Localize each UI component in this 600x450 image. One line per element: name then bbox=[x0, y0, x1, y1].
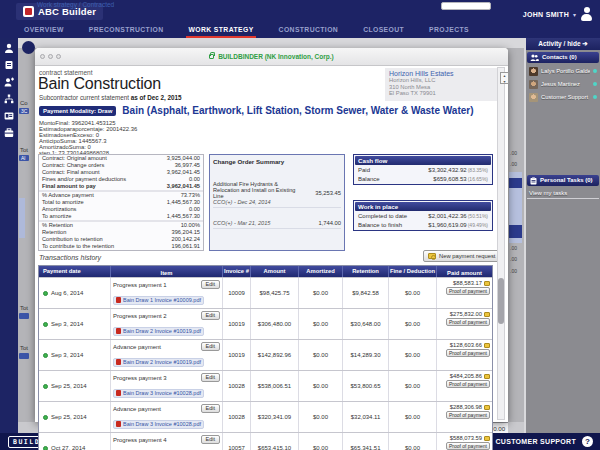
payment-date: Aug 6, 2014 bbox=[51, 290, 83, 296]
address-bar: BUILDBINDER (NK Innovation, Corp.) bbox=[35, 53, 508, 60]
amount-value: $653,415.10 bbox=[251, 433, 299, 450]
bg-number-fragment: .00 bbox=[510, 161, 517, 167]
edit-button[interactable]: Edit bbox=[201, 342, 220, 351]
contact-name: Jesus Martinez bbox=[541, 81, 590, 87]
page-title: Bain Construction bbox=[38, 75, 161, 93]
summary-label: Contribution to retention bbox=[42, 236, 103, 243]
amount-value: $320,341.09 bbox=[251, 402, 299, 432]
background-filter-input[interactable] bbox=[441, 2, 491, 10]
invoice-pdf-link[interactable]: Bain Draw 2 Invoice #10019.pdf bbox=[113, 327, 204, 336]
item-name: Advance payment bbox=[113, 406, 161, 412]
transaction-row: Sep 3, 2014 Progress payment 2Edit Bain … bbox=[39, 308, 492, 339]
notes-icon[interactable] bbox=[4, 60, 14, 70]
hide-arrow-icon: ➔ bbox=[582, 40, 587, 47]
breadcrumb[interactable]: Work strategy / Contracted bbox=[37, 1, 114, 8]
fine-deduction-value: $0.00 bbox=[389, 278, 437, 308]
contact-item[interactable]: Jesus Martinez bbox=[527, 78, 599, 90]
invoice-file-name: Bain Draw 3 Invoice #10028.pdf bbox=[123, 421, 201, 428]
bg-number-fragment: .00 bbox=[510, 256, 517, 262]
scrollbar-thumb[interactable] bbox=[498, 278, 504, 324]
activity-header-label: Activity / hide bbox=[538, 40, 580, 47]
column-header: Fine / Deduction bbox=[389, 266, 437, 277]
transaction-row: Sep 25, 2014 Advance paymentEdit Bain Dr… bbox=[39, 401, 492, 432]
personal-tasks-section-header[interactable]: Personal Tasks (0) bbox=[527, 175, 599, 186]
help-icon[interactable]: ? bbox=[582, 436, 593, 447]
add-person-icon[interactable] bbox=[4, 77, 14, 87]
cash-flow-value: $3,302,432.92 bbox=[428, 167, 466, 173]
invoice-pdf-link[interactable]: Bain Draw 1 Invoice #10009.pdf bbox=[113, 296, 204, 305]
column-header: Item bbox=[111, 266, 223, 277]
spinner-up-icon[interactable]: ▲ bbox=[503, 74, 506, 78]
cash-icon bbox=[484, 343, 490, 348]
spinner-stepper[interactable]: ▲ ▼ bbox=[500, 72, 509, 84]
contact-icon[interactable] bbox=[4, 43, 14, 53]
edit-button[interactable]: Edit bbox=[201, 435, 220, 444]
bg-text-fragment: Tot bbox=[20, 147, 28, 153]
proof-of-payment-button[interactable]: Proof of payment bbox=[446, 349, 490, 357]
amount-value: $142,892.96 bbox=[251, 340, 299, 370]
edit-button[interactable]: Edit bbox=[201, 373, 220, 382]
summary-value: 10.00% bbox=[181, 222, 200, 229]
edit-button[interactable]: Edit bbox=[201, 280, 220, 289]
proof-of-payment-button[interactable]: Proof of payment bbox=[446, 442, 490, 450]
invoice-pdf-link[interactable]: Bain Draw 3 Invoice #10028.pdf bbox=[113, 420, 204, 429]
invoice-file-name: Bain Draw 3 Invoice #10028.pdf bbox=[123, 390, 201, 397]
new-payment-request-button[interactable]: New payment request bbox=[423, 250, 500, 262]
summary-value: 3,925,044.00 bbox=[167, 155, 200, 162]
paid-amount: $588,073.59 bbox=[450, 435, 482, 441]
item-name: Advance payment bbox=[113, 344, 161, 350]
invoice-file-name: Bain Draw 2 Invoice #10019.pdf bbox=[123, 328, 201, 335]
tab-overview[interactable]: OVERVIEW bbox=[22, 22, 66, 38]
summary-label: To contribute to the retention bbox=[42, 243, 114, 250]
column-header: Amount bbox=[251, 266, 299, 277]
payment-date: Sep 3, 2014 bbox=[51, 321, 83, 327]
spinner-down-icon[interactable]: ▼ bbox=[503, 80, 506, 84]
view-my-tasks-link[interactable]: View my tasks bbox=[527, 189, 599, 199]
contact-item[interactable]: Customer Support bbox=[527, 91, 599, 103]
paid-status-icon bbox=[43, 415, 48, 420]
proof-of-payment-button[interactable]: Proof of payment bbox=[446, 287, 490, 295]
org-chart-icon[interactable] bbox=[4, 94, 14, 104]
briefcase-icon[interactable] bbox=[4, 128, 14, 138]
cash-icon bbox=[484, 312, 490, 317]
amortized-value: $0.00 bbox=[299, 309, 343, 339]
bg-scroll-thumb-fragment bbox=[509, 178, 522, 188]
client-name-link[interactable]: Horizon Hills Estates bbox=[389, 70, 494, 77]
invoice-pdf-link[interactable]: Bain Draw 2 Invoice #10019.pdf bbox=[113, 358, 204, 367]
proof-of-payment-button[interactable]: Proof of payment bbox=[446, 380, 490, 388]
modal-scrollbar[interactable] bbox=[497, 67, 505, 420]
contacts-section-header[interactable]: Contacts (0) bbox=[527, 52, 599, 63]
tab-preconstruction[interactable]: PRECONSTRUCTION bbox=[87, 22, 166, 38]
client-city: El Paso TX 79901 bbox=[389, 90, 494, 97]
tab-projects[interactable]: PROJECTS bbox=[427, 22, 471, 38]
item-name: Progress payment 1 bbox=[113, 282, 167, 288]
fine-deduction-value: $0.00 bbox=[389, 433, 437, 450]
user-menu[interactable]: JOHN SMITH ▾ bbox=[523, 7, 593, 21]
column-header: Payment date bbox=[39, 266, 111, 277]
contacts-header-label: Contacts (0) bbox=[542, 52, 577, 63]
id-card-icon[interactable] bbox=[4, 111, 14, 121]
summary-value: 0.00 bbox=[189, 206, 200, 213]
payment-date: Oct 27, 2014 bbox=[51, 445, 85, 450]
cash-icon bbox=[484, 436, 490, 441]
summary-row: To amortize1,445,567.30 bbox=[39, 213, 203, 220]
cash-flow-label: Paid bbox=[358, 167, 370, 173]
activity-hide-toggle[interactable]: Activity / hide ➔ bbox=[526, 38, 600, 50]
bg-chip-fragment: Al bbox=[19, 155, 29, 161]
proof-of-payment-button[interactable]: Proof of payment bbox=[446, 318, 490, 326]
tab-closeout[interactable]: CLOSEOUT bbox=[361, 22, 406, 38]
tab-work-strategy[interactable]: WORK STRATEGY bbox=[186, 22, 255, 38]
summary-label: Retention bbox=[42, 229, 66, 236]
summary-label: Contract: Original amount bbox=[42, 155, 107, 162]
paid-status-icon bbox=[43, 384, 48, 389]
edit-button[interactable]: Edit bbox=[201, 311, 220, 320]
contract-scope: Bain (Asphalt, Earthwork, Lift Station, … bbox=[122, 105, 473, 116]
invoice-pdf-link[interactable]: Bain Draw 3 Invoice #10028.pdf bbox=[113, 389, 204, 398]
proof-of-payment-button[interactable]: Proof of payment bbox=[446, 411, 490, 419]
contract-scope-row: Payment Modality: Draw Bain (Asphalt, Ea… bbox=[39, 105, 474, 116]
tab-construction[interactable]: CONSTRUCTION bbox=[277, 22, 341, 38]
brand-icon bbox=[23, 6, 34, 17]
customer-support-link[interactable]: CUSTOMER SUPPORT bbox=[495, 438, 576, 445]
edit-button[interactable]: Edit bbox=[201, 404, 220, 413]
contact-item[interactable]: Lalys Portillo Galdea... bbox=[527, 65, 599, 77]
